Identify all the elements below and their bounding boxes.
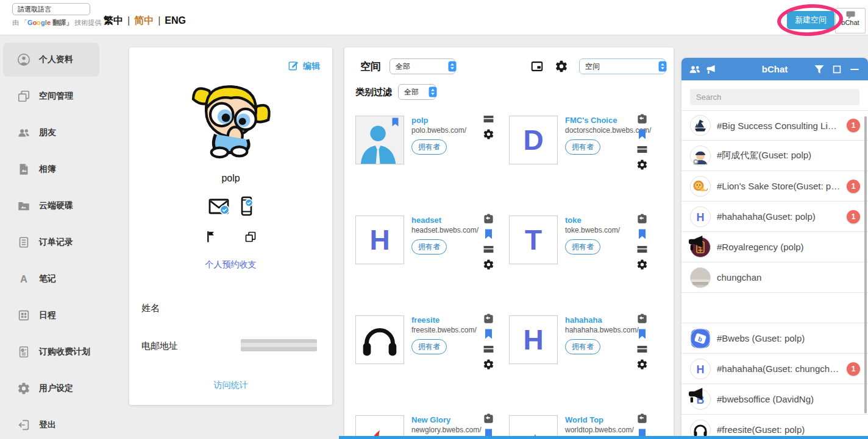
space-name[interactable]: toke [565,216,637,225]
chat-list-item[interactable]: #freesite(Guset: polp) [681,415,868,439]
lang-tab-简中[interactable]: 简中 [134,15,154,26]
megaphone-icon[interactable] [705,63,717,76]
chat-list-item[interactable]: H #hahahaha(Guset: polp) 1 [681,202,868,232]
flag-icon[interactable] [205,230,216,246]
clipboard-icon[interactable] [636,413,648,424]
sidebar-item-plans[interactable]: 订购收费计划 [0,335,122,369]
person-icon [17,53,30,66]
billing-icon [17,345,30,359]
card-icon[interactable] [636,144,648,155]
sidebar-item-spaces[interactable]: 空间管理 [0,79,122,113]
space-url: hahahaha.bwebs.com/ [565,326,637,334]
space-card: H hahahaha hahahaha.bwebs.com/ 拥有者 [509,315,663,415]
space-thumbnail[interactable]: T [509,216,558,264]
bookmark-icon[interactable] [483,228,494,240]
new-space-button[interactable]: 新建空间 [787,11,834,29]
minimize-icon[interactable] [848,63,861,76]
chat-list-item[interactable]: H #hahahaha(Guset: chungch… 1 [681,354,868,384]
sidebar-item-settings[interactable]: 用户设定 [0,371,122,406]
maximize-icon[interactable] [831,63,843,76]
chat-list-item[interactable]: B #bwebsoffice (DavidNg) [681,384,868,415]
bookmark-icon[interactable] [636,128,648,140]
space-actions [636,213,648,270]
clipboard-icon[interactable] [636,313,648,325]
card-icon[interactable] [483,113,494,125]
clipboard-icon[interactable] [636,213,648,225]
chat-list-item[interactable]: chungchan [681,262,868,293]
bchat-toggle-button[interactable]: bChat [835,8,866,33]
gear-icon[interactable] [636,159,648,170]
sidebar-item-drive[interactable]: 云端硬碟 [0,189,122,223]
card-icon[interactable] [636,343,648,355]
chat-list-spacer[interactable] [681,293,868,323]
personal-booking-link[interactable]: 个人预约收支 [129,259,332,270]
sidebar-item-orders[interactable]: 订单记录 [0,225,122,259]
category-filter-select[interactable]: 全部 [398,84,436,100]
space-name[interactable]: FMC's Choice [565,116,637,125]
svg-text:A: A [20,273,27,284]
gear-icon[interactable] [483,259,494,270]
space-name[interactable]: World Top [565,415,637,424]
space-name[interactable]: freesite [411,315,483,325]
gear-icon[interactable] [483,128,494,140]
chat-list-item[interactable]: #Big Success Consulting Li… 1 [681,110,868,141]
space-thumbnail[interactable]: D [509,116,558,164]
sidebar-item-label: 空间管理 [39,91,73,102]
gear-icon[interactable] [636,359,648,370]
clipboard-icon[interactable] [483,213,494,225]
space-name[interactable]: polp [411,116,483,125]
sidebar-item-profile[interactable]: 个人资料 [0,43,122,77]
phone-verified-icon [240,196,254,219]
spaces-filter-select[interactable]: 全部 [390,58,455,74]
card-icon[interactable] [483,343,494,355]
clipboard-icon[interactable] [483,413,494,424]
visit-stats-link[interactable]: 访问统计 [129,380,332,391]
lang-tab-ENG[interactable]: ENG [165,15,186,26]
sidebar-item-logout[interactable]: 登出 [0,408,122,439]
gear-icon[interactable] [483,359,494,370]
bookmark-icon[interactable] [483,328,494,340]
chat-search-input[interactable] [690,89,859,105]
sidebar-item-schedule[interactable]: 日程 [0,298,122,332]
language-select[interactable]: 請選取語言 [12,3,90,15]
space-name[interactable]: hahahaha [565,315,637,325]
space-thumbnail[interactable] [355,116,404,164]
bookmark-icon[interactable] [636,328,648,340]
chat-name: chungchan [717,272,761,283]
sidebar-item-albums[interactable]: 相簿 [0,152,122,186]
edit-profile-button[interactable]: 编辑 [288,60,320,73]
settings-gear-icon[interactable] [555,60,568,73]
space-url: polo.bwebs.com/ [411,126,483,135]
copy-link-icon[interactable] [244,231,257,245]
chat-list-item[interactable]: #阿成代駕(Guset: polp) [681,141,868,171]
clipboard-icon[interactable] [483,313,494,325]
chat-list-item[interactable]: #Lion's Sake Store(Guset: p… 1 [681,171,868,202]
fullscreen-icon[interactable] [530,60,544,73]
space-thumbnail[interactable]: H [509,315,558,364]
lang-tab-繁中[interactable]: 繁中 [104,15,123,26]
calendar-icon [17,309,30,322]
filter-funnel-icon[interactable] [813,63,825,76]
chat-list-item[interactable]: b #Bwebs (Guset: polp) [681,323,868,354]
spaces-toolbar: 空间 [530,58,666,74]
chat-name: #阿成代駕(Guset: polp) [717,150,811,161]
clipboard-icon[interactable] [636,113,648,125]
sidebar-item-notes[interactable]: A 笔记 [0,262,122,296]
space-name[interactable]: headset [411,216,483,225]
contacts-icon[interactable] [689,63,701,76]
space-card: H headset headset.bwebs.com/ 拥有者 [355,216,509,315]
space-url: worldtop.bwebs.com/ [565,426,637,434]
card-icon[interactable] [483,244,494,255]
bookmark-icon[interactable] [636,228,648,240]
space-thumbnail[interactable]: H [355,216,404,264]
chat-name: #freesite(Guset: polp) [717,424,805,435]
unread-badge: 1 [847,180,860,193]
gear-icon[interactable] [636,259,648,270]
space-thumbnail[interactable] [355,315,404,364]
card-icon[interactable] [636,244,648,255]
chat-scrollbar[interactable] [864,116,867,413]
chat-list-item[interactable]: #Royalregency (polp) [681,232,868,262]
space-name[interactable]: New Glory [411,415,483,424]
sidebar-item-friends[interactable]: 朋友 [0,116,122,150]
view-mode-select[interactable]: 空间 [579,58,666,74]
